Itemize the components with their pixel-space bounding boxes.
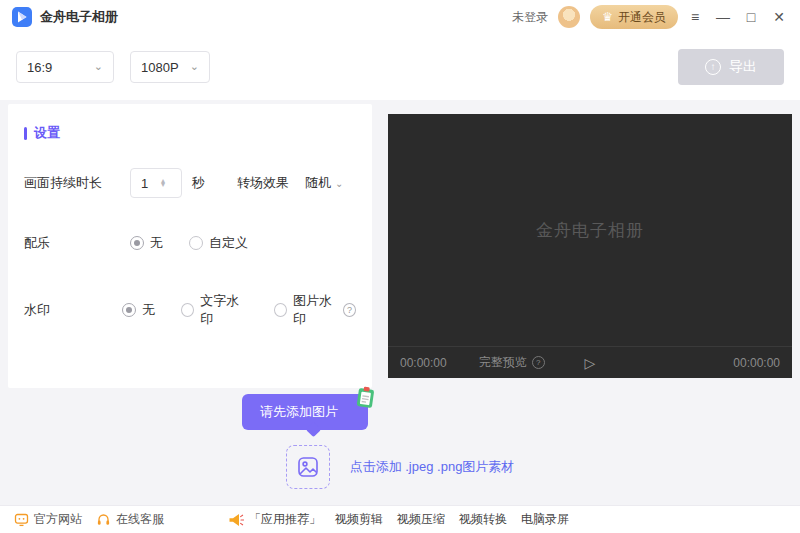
total-time: 00:00:00: [733, 356, 780, 370]
chevron-down-icon: ⌄: [190, 64, 199, 70]
duration-label: 画面持续时长: [24, 174, 130, 192]
close-button[interactable]: ✕: [768, 9, 790, 25]
watermark-none-label: 无: [142, 301, 155, 319]
accent-bar: [24, 127, 27, 140]
duration-stepper: ▴ ▾: [130, 168, 182, 198]
tooltip-wrap: 请先添加图片: [242, 394, 368, 430]
official-website-label: 官方网站: [34, 511, 82, 528]
full-preview-help-icon: ?: [532, 356, 545, 369]
watermark-image-label: 图片水印: [293, 292, 341, 328]
add-hint[interactable]: 点击添加 .jpeg .png图片素材: [350, 458, 515, 476]
video-preview[interactable]: 金舟电子相册: [388, 114, 792, 346]
radio-icon: [189, 236, 203, 250]
stepper-arrows: ▴ ▾: [161, 179, 165, 188]
aspect-ratio-value: 16:9: [27, 60, 52, 75]
music-none-option[interactable]: 无: [130, 234, 163, 252]
watermark-label: 水印: [24, 301, 122, 319]
aspect-ratio-select[interactable]: 16:9 ⌄: [16, 51, 114, 83]
current-time: 00:00:00: [400, 356, 447, 370]
radio-icon: [181, 303, 194, 317]
image-icon: [296, 455, 320, 479]
export-label: 导出: [729, 58, 757, 76]
add-tooltip: 请先添加图片: [242, 394, 368, 430]
chevron-down-icon: ⌄: [94, 64, 103, 70]
music-custom-label: 自定义: [209, 234, 248, 252]
toolbar: 16:9 ⌄ 1080P ⌄ ↑ 导出: [0, 34, 800, 100]
watermark-row: 水印 无 文字水印 图片水印 ?: [24, 292, 356, 328]
megaphone-icon: [228, 512, 244, 528]
duration-input[interactable]: [131, 176, 161, 191]
export-button[interactable]: ↑ 导出: [678, 49, 784, 85]
preview-watermark: 金舟电子相册: [536, 219, 644, 242]
titlebar-left: 金舟电子相册: [12, 7, 118, 27]
chevron-down-icon: ⌄: [335, 181, 343, 186]
radio-icon: [274, 303, 287, 317]
watermark-image-option[interactable]: 图片水印: [274, 292, 341, 328]
vip-button[interactable]: ♛ 开通会员: [590, 5, 678, 29]
online-support-label: 在线客服: [116, 511, 164, 528]
transition-select[interactable]: 随机 ⌄: [305, 174, 343, 192]
preview-controls: 00:00:00 完整预览 ? ▷ 00:00:00: [388, 346, 792, 378]
settings-title-label: 设置: [34, 124, 60, 142]
clipboard-icon: [354, 385, 378, 411]
play-button[interactable]: ▷: [585, 355, 596, 371]
watermark-text-option[interactable]: 文字水印: [181, 292, 248, 328]
settings-panel: 设置 画面持续时长 ▴ ▾ 秒 转场效果 随机 ⌄ 配乐 无: [8, 104, 372, 388]
app-recommend-label: 「应用推荐」: [249, 511, 321, 528]
maximize-button[interactable]: □: [740, 9, 762, 25]
footer-link-video-convert[interactable]: 视频转换: [459, 511, 507, 528]
add-tooltip-label: 请先添加图片: [260, 404, 338, 419]
main-area: 设置 画面持续时长 ▴ ▾ 秒 转场效果 随机 ⌄ 配乐 无: [0, 100, 800, 392]
watermark-none-option[interactable]: 无: [122, 301, 155, 319]
radio-checked-icon: [130, 236, 144, 250]
music-none-label: 无: [150, 234, 163, 252]
music-row: 配乐 无 自定义: [24, 234, 356, 252]
minimize-button[interactable]: —: [712, 9, 734, 25]
transition-label: 转场效果: [237, 174, 289, 192]
titlebar: 金舟电子相册 未登录 ♛ 开通会员 ≡ — □ ✕: [0, 0, 800, 34]
tooltip-arrow: [305, 422, 321, 438]
menu-icon[interactable]: ≡: [684, 9, 706, 25]
crown-icon: ♛: [602, 11, 613, 23]
footer-link-video-edit[interactable]: 视频剪辑: [335, 511, 383, 528]
resolution-value: 1080P: [141, 60, 179, 75]
settings-title: 设置: [24, 124, 356, 142]
headset-icon: [96, 512, 111, 527]
duration-unit: 秒: [192, 174, 205, 192]
app-logo-icon: [12, 7, 32, 27]
online-support-link[interactable]: 在线客服: [96, 511, 164, 528]
watermark-text-label: 文字水印: [200, 292, 248, 328]
radio-checked-icon: [122, 303, 136, 317]
music-label: 配乐: [24, 234, 130, 252]
duration-row: 画面持续时长 ▴ ▾ 秒 转场效果 随机 ⌄: [24, 168, 356, 198]
full-preview-label: 完整预览: [479, 354, 527, 371]
app-title: 金舟电子相册: [40, 8, 118, 26]
titlebar-right: 未登录 ♛ 开通会员 ≡ — □ ✕: [512, 5, 790, 29]
vip-label: 开通会员: [618, 9, 666, 26]
watermark-help-icon[interactable]: ?: [343, 303, 356, 317]
transition-value: 随机: [305, 174, 331, 192]
footer: 官方网站 在线客服 「应用推荐」 视频剪辑 视频压缩 视频转换 电脑录屏: [0, 505, 800, 533]
preview-panel: 金舟电子相册 00:00:00 完整预览 ? ▷ 00:00:00: [388, 114, 792, 378]
add-row: 点击添加 .jpeg .png图片素材: [286, 445, 515, 489]
music-custom-option[interactable]: 自定义: [189, 234, 248, 252]
login-status[interactable]: 未登录: [512, 9, 548, 26]
footer-link-video-compress[interactable]: 视频压缩: [397, 511, 445, 528]
full-preview-toggle[interactable]: 完整预览 ?: [479, 354, 545, 371]
add-image-button[interactable]: [286, 445, 330, 489]
export-icon: ↑: [705, 59, 721, 75]
official-website-link[interactable]: 官方网站: [14, 511, 82, 528]
app-recommend[interactable]: 「应用推荐」: [228, 511, 321, 528]
footer-link-screen-record[interactable]: 电脑录屏: [521, 511, 569, 528]
resolution-select[interactable]: 1080P ⌄: [130, 51, 210, 83]
website-icon: [14, 512, 29, 527]
add-section: 请先添加图片 点击添加 .jpeg .png图片素材: [0, 392, 800, 489]
stepper-down-icon[interactable]: ▾: [161, 183, 165, 187]
avatar[interactable]: [558, 6, 580, 28]
